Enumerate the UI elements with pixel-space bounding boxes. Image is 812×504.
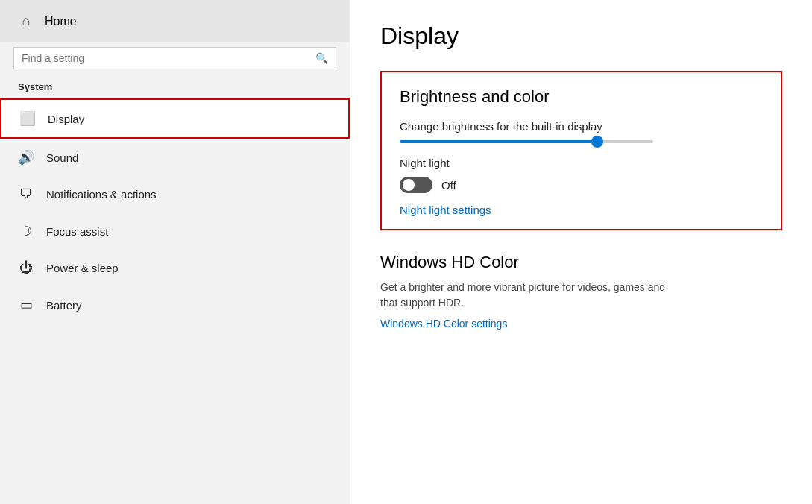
focus-icon: ☽ [18,223,34,239]
brightness-section-heading: Brightness and color [400,87,763,107]
main-content: Display Brightness and color Change brig… [350,0,812,504]
sound-icon: 🔊 [18,149,34,166]
night-light-label: Night light [400,157,763,169]
toggle-row: Off [400,177,763,193]
sidebar-item-notifications[interactable]: 🗨 Notifications & actions [0,176,350,212]
brightness-description: Change brightness for the built-in displ… [400,120,763,133]
night-light-toggle[interactable] [400,177,432,193]
sidebar: ⌂ Home 🔍 System ⬜ Display 🔊 Sound 🗨 Noti… [0,0,350,504]
toggle-state-label: Off [441,179,456,192]
slider-thumb [591,136,603,148]
night-light-settings-link[interactable]: Night light settings [400,204,491,216]
section-label: System [0,80,350,98]
brightness-slider[interactable] [400,140,653,143]
sidebar-item-focus-label: Focus assist [46,225,108,238]
hd-color-settings-link[interactable]: Windows HD Color settings [380,318,507,330]
display-icon: ⬜ [19,110,36,127]
search-box[interactable]: 🔍 [13,47,336,69]
sidebar-item-power[interactable]: ⏻ Power & sleep [0,250,350,286]
sidebar-item-power-label: Power & sleep [46,262,119,274]
hd-color-section: Windows HD Color Get a brighter and more… [380,253,782,330]
battery-icon: ▭ [18,297,34,313]
search-icon: 🔍 [315,52,328,64]
search-input[interactable] [22,52,315,64]
sidebar-item-focus[interactable]: ☽ Focus assist [0,212,350,250]
hd-color-heading: Windows HD Color [380,253,782,272]
sidebar-item-sound[interactable]: 🔊 Sound [0,139,350,176]
page-title: Display [380,22,782,50]
home-icon: ⌂ [18,13,34,29]
sidebar-item-sound-label: Sound [46,151,78,164]
hd-color-description: Get a brighter and more vibrant picture … [380,280,782,311]
sidebar-item-notifications-label: Notifications & actions [46,188,157,201]
toggle-knob [403,179,415,191]
sidebar-home-label: Home [45,15,77,28]
sidebar-item-battery[interactable]: ▭ Battery [0,286,350,324]
sidebar-item-battery-label: Battery [46,299,82,312]
sidebar-item-display[interactable]: ⬜ Display [0,98,350,139]
power-icon: ⏻ [18,260,34,276]
brightness-slider-container[interactable] [400,140,763,143]
notifications-icon: 🗨 [18,186,34,202]
sidebar-item-display-label: Display [48,113,84,125]
brightness-color-section: Brightness and color Change brightness f… [380,71,782,230]
sidebar-item-home[interactable]: ⌂ Home [0,0,350,42]
